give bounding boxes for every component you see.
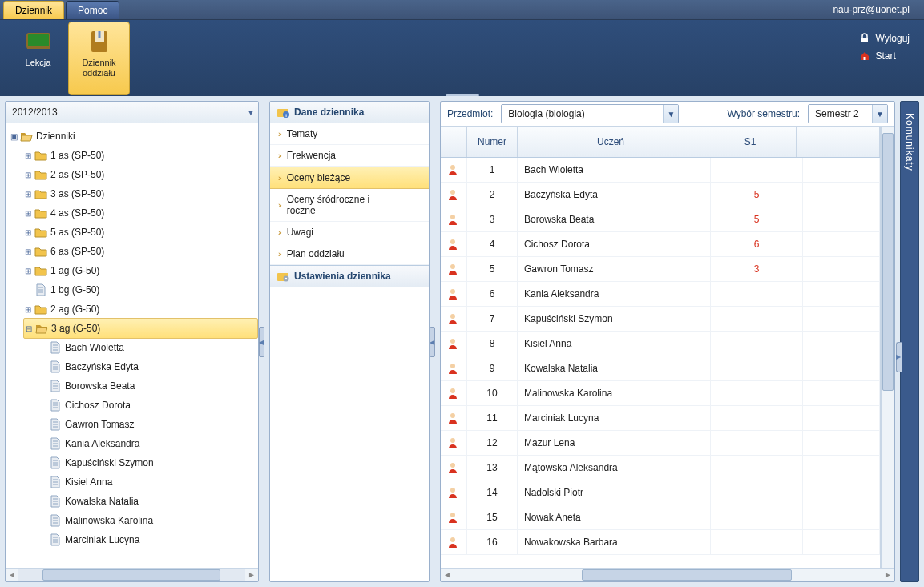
ribbon-dziennik-oddzialu[interactable]: Dziennik oddziału: [68, 22, 130, 95]
blackboard-icon: [26, 29, 51, 54]
splitter-left[interactable]: [259, 96, 264, 97]
logout-label: Wyloguj: [875, 30, 910, 47]
start-label: Start: [875, 47, 895, 65]
user-label: nau-prz@uonet.pl: [833, 0, 910, 19]
svg-rect-6: [864, 57, 866, 60]
ribbon-dziennik-oddzialu-label1: Dziennik: [82, 58, 115, 68]
ribbon-lekcja-label: Lekcja: [26, 58, 51, 68]
tab-pomoc[interactable]: Pomoc: [66, 1, 119, 19]
ribbon-lekcja[interactable]: Lekcja: [8, 22, 68, 94]
splitter-mid[interactable]: [430, 96, 435, 97]
lock-icon: [859, 33, 870, 44]
logout-link[interactable]: Wyloguj: [859, 30, 910, 47]
home-icon: [859, 50, 870, 62]
top-tabs: Dziennik Pomoc nau-prz@uonet.pl: [0, 0, 924, 20]
svg-rect-5: [861, 38, 868, 42]
svg-rect-4: [98, 31, 100, 38]
ribbon-dziennik-oddzialu-label2: oddziału: [83, 68, 115, 78]
start-link[interactable]: Start: [859, 47, 910, 65]
workspace: 2012/2013 ▼ ▣Dzienniki⊞1 as (SP-50)⊞2 as…: [0, 96, 924, 97]
book-icon: [87, 29, 112, 54]
tab-dziennik[interactable]: Dziennik: [3, 1, 64, 19]
ribbon: Lekcja Dziennik oddziału Wyloguj Start: [0, 20, 924, 97]
ribbon-actions: Wyloguj Start: [859, 30, 910, 65]
svg-rect-1: [27, 46, 50, 49]
